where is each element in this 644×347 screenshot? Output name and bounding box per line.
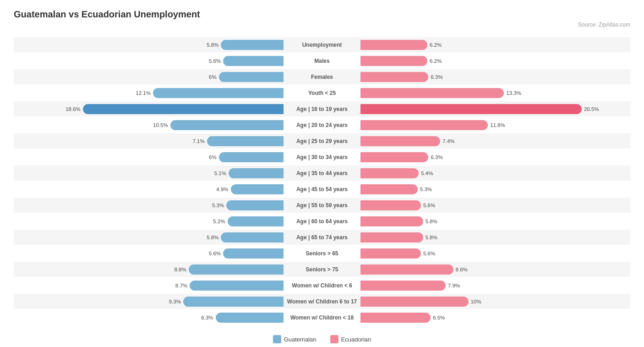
right-bar-area: 8.6% (359, 264, 630, 275)
right-value-text: 11.8% (490, 122, 505, 128)
chart-row: 5.6%Seniors > 655.6% (14, 246, 630, 261)
left-bar-area: 5.6% (14, 248, 285, 259)
bar-right (360, 184, 418, 194)
bar-left (221, 40, 284, 50)
row-label: Women w/ Children 6 to 17 (285, 298, 359, 305)
chart-row: 7.1%Age | 25 to 29 years7.4% (14, 133, 630, 149)
right-bar-area: 7.4% (359, 136, 630, 146)
left-value: 7.1% (14, 136, 284, 146)
chart-container: 5.8%Unemployment6.2%5.6%Males6.2%6%Femal… (14, 33, 630, 330)
bar-right (360, 232, 423, 242)
bar-left (189, 264, 284, 275)
left-bar-area: 5.8% (14, 232, 285, 242)
left-value-text: 5.3% (212, 203, 224, 208)
left-value-text: 12.1% (136, 90, 151, 96)
chart-row: 4.9%Age | 45 to 54 years5.3% (14, 182, 630, 197)
left-value: 5.8% (14, 40, 284, 50)
bar-left (183, 297, 284, 307)
row-label: Age | 55 to 59 years (285, 202, 359, 209)
left-value: 5.2% (14, 216, 284, 226)
right-value: 13.3% (360, 88, 630, 98)
bar-left (229, 168, 284, 178)
chart-row: 10.5%Age | 20 to 24 years11.8% (14, 117, 630, 132)
bar-right (360, 216, 423, 226)
row-label: Seniors > 75 (285, 266, 359, 273)
left-bar-area: 5.3% (14, 200, 285, 210)
row-label: Males (285, 58, 359, 64)
chart-row: 9.3%Women w/ Children 6 to 1710% (14, 294, 630, 309)
bar-right (360, 168, 419, 178)
right-value-text: 10% (471, 299, 481, 304)
left-value: 8.8% (14, 264, 284, 275)
bar-right (360, 88, 504, 98)
chart-row: 8.7%Women w/ Children < 67.9% (14, 278, 630, 293)
left-bar-area: 18.6% (14, 104, 285, 114)
right-value: 20.5% (360, 104, 630, 114)
left-value-text: 7.1% (193, 138, 205, 144)
legend-ecuadorian-label: Ecuadorian (341, 336, 371, 343)
right-value: 6.2% (360, 40, 630, 50)
left-value: 4.9% (14, 184, 284, 194)
left-value: 5.3% (14, 200, 284, 210)
left-value: 5.8% (14, 232, 284, 242)
bar-right (360, 152, 428, 162)
left-value-text: 5.6% (209, 58, 221, 64)
row-label: Youth < 25 (285, 90, 359, 96)
bar-right (360, 136, 440, 146)
left-value-text: 8.7% (175, 283, 187, 288)
right-bar-area: 11.8% (359, 120, 630, 130)
chart-row: 6.3%Women w/ Children < 186.5% (14, 310, 630, 325)
bar-right (360, 120, 488, 130)
right-value: 5.4% (360, 168, 630, 178)
right-value-text: 8.6% (456, 267, 468, 272)
left-bar-area: 10.5% (14, 120, 285, 130)
left-bar-area: 8.7% (14, 281, 285, 291)
left-value: 6.3% (14, 313, 284, 323)
left-value-text: 6.3% (201, 315, 213, 320)
bar-left (228, 216, 284, 226)
row-label: Age | 30 to 34 years (285, 154, 359, 160)
left-bar-area: 5.1% (14, 168, 285, 178)
right-bar-area: 13.3% (359, 88, 630, 98)
left-value-text: 8.8% (174, 267, 186, 272)
chart-row: 5.3%Age | 55 to 59 years5.6% (14, 198, 630, 213)
left-value: 8.7% (14, 281, 284, 291)
legend-guatemalan-box (273, 335, 281, 343)
bar-left (190, 281, 284, 291)
right-value: 5.8% (360, 216, 630, 226)
right-bar-area: 5.6% (359, 200, 630, 210)
left-value: 18.6% (14, 104, 284, 114)
bar-right (360, 281, 446, 291)
right-value: 6.2% (360, 56, 630, 66)
chart-row: 6%Females6.3% (14, 69, 630, 84)
left-value: 6% (14, 152, 284, 162)
source-label: Source: ZipAtlas.com (14, 22, 630, 28)
right-bar-area: 20.5% (359, 104, 630, 114)
bar-right (360, 200, 421, 210)
right-value-text: 7.9% (448, 283, 460, 288)
bar-left (153, 88, 284, 98)
right-value: 5.6% (360, 200, 630, 210)
right-value: 10% (360, 297, 630, 307)
right-value-text: 13.3% (506, 90, 521, 96)
left-bar-area: 5.6% (14, 56, 285, 66)
left-value-text: 6% (209, 74, 217, 80)
left-bar-area: 7.1% (14, 136, 285, 146)
legend-guatemalan: Guatemalan (273, 335, 317, 343)
right-value: 5.6% (360, 248, 630, 259)
left-value-text: 18.6% (65, 106, 81, 112)
right-bar-area: 5.4% (359, 168, 630, 178)
chart-row: 5.1%Age | 35 to 44 years5.4% (14, 165, 630, 181)
bar-right (360, 313, 431, 323)
chart-row: 8.8%Seniors > 758.6% (14, 262, 630, 277)
right-value-text: 5.8% (426, 235, 437, 240)
bar-right (360, 297, 469, 307)
right-value-text: 5.3% (420, 187, 432, 192)
left-value: 9.3% (14, 297, 284, 307)
left-bar-area: 4.9% (14, 184, 285, 194)
bar-right (360, 72, 428, 82)
row-label: Age | 35 to 44 years (285, 170, 359, 176)
left-bar-area: 6% (14, 72, 285, 82)
left-bar-area: 9.3% (14, 297, 285, 307)
left-value-text: 5.8% (207, 235, 218, 240)
